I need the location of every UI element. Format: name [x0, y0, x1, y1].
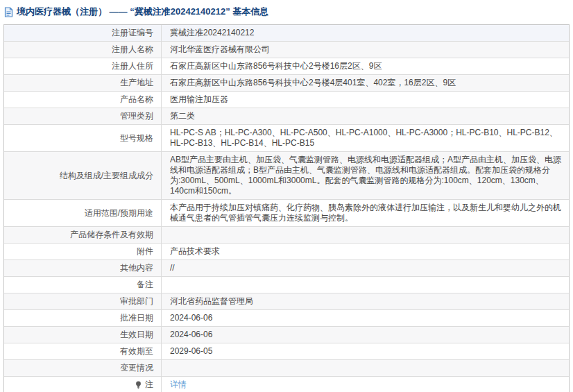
table-row: 备注: [4, 277, 569, 293]
bulb-note-icon: [135, 381, 142, 389]
row-label-text: 注册证编号: [112, 28, 153, 38]
row-value: 医用输注加压器: [162, 92, 569, 108]
row-value-text: 河北华蓝医疗器械有限公司: [170, 44, 562, 55]
page-title: 境内医疗器械（注册） —— “冀械注准20242140212” 基本信息: [0, 0, 573, 23]
row-label: 附件: [4, 244, 162, 259]
row-value: HL-PC-S AB；HL-PC-A300、HL-PC-A500、HL-PC-A…: [162, 125, 569, 151]
row-label-text: 附件: [137, 246, 153, 257]
table-row: 管理类别 第二类: [4, 108, 569, 125]
row-value-text: //: [170, 263, 562, 273]
row-value-text: 产品技术要求: [170, 246, 562, 257]
table-row: 产品名称 医用输注加压器: [4, 92, 569, 108]
row-value: 详情: [162, 377, 569, 392]
row-value-text: 冀械注准20242140212: [170, 28, 562, 38]
row-label-text: 注册人住所: [112, 61, 153, 71]
row-value-text: 2029-06-05: [170, 346, 562, 357]
row-value: [162, 360, 569, 376]
row-value: //: [162, 260, 569, 276]
table-row: 产品储存条件及有效期: [4, 227, 569, 244]
row-value-text: 第二类: [170, 111, 562, 121]
row-label: 适用范围/预期用途: [4, 200, 162, 226]
row-label-text: 变更情况: [120, 363, 153, 373]
table-row: 生效日期 2024-06-06: [4, 327, 569, 343]
row-label: 备注: [4, 277, 162, 293]
row-value: 2029-06-05: [162, 343, 569, 359]
row-label: 注: [4, 377, 162, 392]
row-label: 产品储存条件及有效期: [4, 227, 162, 243]
row-value-text: 医用输注加压器: [170, 94, 562, 105]
table-row: 其他内容 //: [4, 260, 569, 277]
row-label-text: 备注: [137, 280, 153, 290]
table-row: 注册证编号 冀械注准20242140212: [4, 25, 569, 42]
row-value: 石家庄高新区中山东路856号科技中心2号楼4层401室、402室，16层2区、9…: [162, 75, 569, 91]
row-label-text: 型号规格: [120, 133, 153, 144]
row-label: 有效期至: [4, 343, 162, 359]
table-row: 审批部门 河北省药品监督管理局: [4, 293, 569, 310]
row-label: 型号规格: [4, 125, 162, 151]
row-label: 注册证编号: [4, 25, 162, 41]
row-value-text: 石家庄高新区中山东路856号科技中心2号楼16层2区、9区: [170, 61, 562, 71]
table-row: 批准日期 2024-06-06: [4, 310, 569, 327]
table-row: 生产地址 石家庄高新区中山东路856号科技中心2号楼4层401室、402室，16…: [4, 75, 569, 92]
table-row: 适用范围/预期用途 本产品用于持续加压对镇痛药、化疗药物、胰岛素除外的液体进行加…: [4, 200, 569, 227]
row-value: 第二类: [162, 108, 569, 124]
row-value: 2024-06-06: [162, 310, 569, 326]
row-label: 注册人住所: [4, 58, 162, 74]
row-value: 河北省药品监督管理局: [162, 293, 569, 309]
table-row: 有效期至 2029-06-05: [4, 343, 569, 360]
document-icon: [4, 7, 13, 17]
row-value: 本产品用于持续加压对镇痛药、化疗药物、胰岛素除外的液体进行加压输注，以及新生儿和…: [162, 200, 569, 226]
row-label: 生效日期: [4, 327, 162, 343]
row-value-text: 石家庄高新区中山东路856号科技中心2号楼4层401室、402室，16层2区、9…: [170, 78, 562, 88]
row-label-text: 产品储存条件及有效期: [70, 230, 153, 240]
row-value-text: AB型产品主要由主机、加压袋、气囊监测管路、电源线和电源适配器组成；A型产品由主…: [170, 155, 562, 196]
row-label-text: 注册人名称: [112, 44, 153, 55]
row-label-text: 适用范围/预期用途: [85, 208, 153, 219]
table-row: 型号规格 HL-PC-S AB；HL-PC-A300、HL-PC-A500、HL…: [4, 125, 569, 152]
table-row: 注册人住所 石家庄高新区中山东路856号科技中心2号楼16层2区、9区: [4, 58, 569, 75]
row-label: 变更情况: [4, 360, 162, 376]
row-label: 产品名称: [4, 92, 162, 108]
row-value: 产品技术要求: [162, 244, 569, 259]
row-label: 批准日期: [4, 310, 162, 326]
row-label-text: 批准日期: [120, 313, 153, 323]
row-label: 注册人名称: [4, 42, 162, 58]
row-label-text: 产品名称: [120, 94, 153, 105]
row-value: [162, 227, 569, 243]
row-label: 审批部门: [4, 293, 162, 309]
row-value: 河北华蓝医疗器械有限公司: [162, 42, 569, 58]
row-label-text: 结构及组成/主要组成成分: [60, 171, 153, 181]
row-label-text: 其他内容: [120, 263, 153, 273]
row-value: 石家庄高新区中山东路856号科技中心2号楼16层2区、9区: [162, 58, 569, 74]
row-value-text: 2024-06-06: [170, 313, 562, 323]
row-value-text: HL-PC-S AB；HL-PC-A300、HL-PC-A500、HL-PC-A…: [170, 128, 562, 148]
page-title-text: 境内医疗器械（注册） —— “冀械注准20242140212” 基本信息: [17, 6, 268, 18]
info-table: 注册证编号 冀械注准20242140212 注册人名称 河北华蓝医疗器械有限公司…: [3, 24, 570, 392]
table-row: 注册人名称 河北华蓝医疗器械有限公司: [4, 42, 569, 58]
row-value: [162, 277, 569, 293]
row-value-text: 2024-06-06: [170, 330, 562, 340]
details-link[interactable]: 详情: [170, 380, 187, 390]
row-label-text: 有效期至: [120, 346, 153, 357]
row-label: 结构及组成/主要组成成分: [4, 152, 162, 199]
row-label: 管理类别: [4, 108, 162, 124]
row-label-text: 生效日期: [120, 330, 153, 340]
row-label-text: 注: [145, 380, 153, 390]
row-label: 生产地址: [4, 75, 162, 91]
table-row: 结构及组成/主要组成成分 AB型产品主要由主机、加压袋、气囊监测管路、电源线和电…: [4, 152, 569, 200]
table-row: 注 详情: [4, 377, 569, 392]
row-value: 2024-06-06: [162, 327, 569, 343]
row-value-text: 本产品用于持续加压对镇痛药、化疗药物、胰岛素除外的液体进行加压输注，以及新生儿和…: [170, 203, 562, 223]
table-row: 附件 产品技术要求: [4, 244, 569, 260]
row-value: 冀械注准20242140212: [162, 25, 569, 41]
row-label-text: 管理类别: [120, 111, 153, 121]
row-label: 其他内容: [4, 260, 162, 276]
row-value: AB型产品主要由主机、加压袋、气囊监测管路、电源线和电源适配器组成；A型产品由主…: [162, 152, 569, 199]
row-label-text: 生产地址: [120, 78, 153, 88]
row-label-text: 审批部门: [120, 296, 153, 307]
table-row: 变更情况: [4, 360, 569, 377]
row-value-text: 河北省药品监督管理局: [170, 296, 562, 307]
